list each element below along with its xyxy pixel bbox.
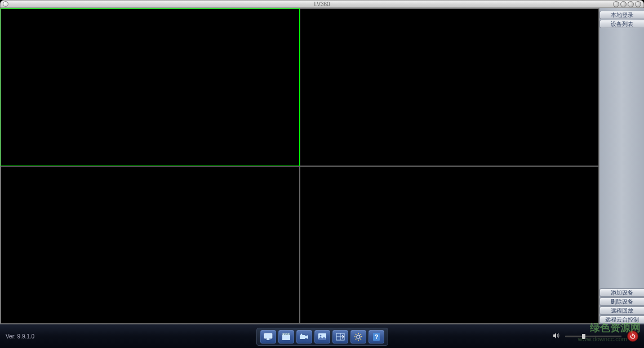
version-label: Ver: 9.9.1.0 <box>6 333 34 340</box>
layout-icon <box>335 332 345 341</box>
device-list-button[interactable]: 设备列表 <box>599 20 644 28</box>
svg-point-8 <box>300 334 302 336</box>
video-cell-4[interactable] <box>300 166 599 324</box>
help-button[interactable]: ? <box>368 330 384 343</box>
delete-device-button[interactable]: 删除设备 <box>599 297 644 306</box>
image-icon <box>317 332 327 341</box>
app-icon <box>3 1 8 7</box>
bottom-bar: Ver: 9.9.1.0 ? <box>0 324 644 348</box>
svg-rect-2 <box>266 340 270 340</box>
svg-line-19 <box>356 334 357 335</box>
volume-slider[interactable] <box>565 336 621 337</box>
monitor-icon <box>263 332 273 341</box>
gear-light-icon <box>353 332 363 341</box>
toolbar: ? <box>256 328 388 346</box>
volume-thumb[interactable] <box>582 334 585 339</box>
video-grid <box>0 8 599 324</box>
sidebar: 本地登录设备列表 添加设备删除设备远程回放远程云台控制 <box>599 8 644 324</box>
svg-rect-0 <box>264 333 272 338</box>
remote-playback-button[interactable]: 远程回放 <box>599 306 644 315</box>
add-device-button[interactable]: 添加设备 <box>599 288 644 297</box>
svg-line-22 <box>356 339 357 340</box>
question-icon: ? <box>371 332 381 341</box>
svg-text:?: ? <box>374 333 378 340</box>
record-button[interactable] <box>278 330 294 343</box>
svg-rect-7 <box>300 335 305 339</box>
remote-ptz-control-button[interactable]: 远程云台控制 <box>599 315 644 324</box>
minimize-button[interactable] <box>613 1 619 7</box>
settings-button[interactable] <box>350 330 366 343</box>
video-cell-1[interactable] <box>1 8 300 166</box>
close-window-button[interactable] <box>635 1 641 7</box>
video-cell-3[interactable] <box>1 166 300 324</box>
volume-icon[interactable] <box>553 332 559 341</box>
svg-line-21 <box>360 334 361 335</box>
svg-rect-1 <box>267 338 269 340</box>
restore-button[interactable] <box>628 1 634 7</box>
svg-rect-3 <box>282 335 290 340</box>
local-login-button[interactable]: 本地登录 <box>599 11 644 19</box>
svg-point-10 <box>319 335 321 337</box>
window-title: LV360 <box>314 1 330 7</box>
maximize-button[interactable] <box>620 1 627 7</box>
video-cell-2[interactable] <box>300 8 599 166</box>
display-button[interactable] <box>260 330 276 343</box>
power-button[interactable] <box>627 331 638 342</box>
layout-button[interactable] <box>332 330 348 343</box>
svg-point-14 <box>357 335 360 338</box>
titlebar: LV360 <box>0 0 644 8</box>
camera-button[interactable] <box>296 330 312 343</box>
clapper-icon <box>281 332 291 341</box>
camera-icon <box>299 332 309 341</box>
svg-line-20 <box>360 339 361 340</box>
snapshot-button[interactable] <box>314 330 330 343</box>
